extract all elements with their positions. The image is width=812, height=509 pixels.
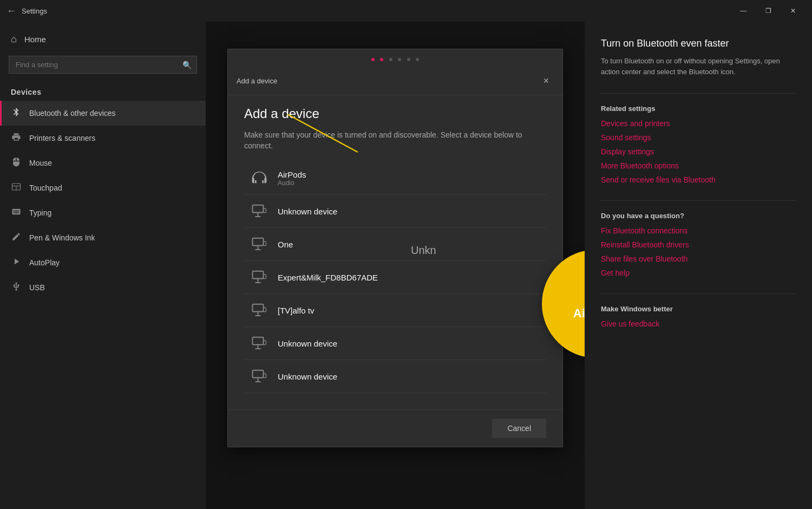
sidebar-section-title: Devices	[0, 82, 206, 101]
close-button[interactable]: ✕	[781, 2, 806, 19]
unknown1-name: Unknown device	[278, 207, 337, 216]
airpods-name: AirPods	[278, 170, 306, 179]
airpods-type: Audio	[278, 179, 306, 187]
dot-6	[416, 58, 419, 61]
link-get-help[interactable]: Get help	[601, 269, 796, 277]
link-give-feedback[interactable]: Give us feedback	[601, 319, 796, 328]
app-title: Settings	[22, 7, 731, 15]
sidebar-item-touchpad[interactable]: Touchpad	[0, 175, 206, 200]
svg-rect-7	[253, 238, 264, 246]
sidebar-item-label-pen: Pen & Windows Ink	[29, 233, 95, 242]
sidebar-item-usb[interactable]: USB	[0, 275, 206, 300]
one-info: One	[278, 240, 293, 249]
faster-section: Turn on Bluetooth even faster To turn Bl…	[601, 38, 796, 77]
dot-5	[407, 58, 410, 61]
sidebar: ⌂ Home 🔍 Devices Bluetooth & other devic…	[0, 22, 206, 509]
monitor-device-icon-1	[250, 201, 269, 221]
printers-icon	[11, 132, 22, 144]
sidebar-item-label-printers: Printers & scanners	[29, 134, 95, 142]
device-item-unknown2[interactable]: Unknown device	[244, 327, 546, 360]
home-label: Home	[24, 35, 46, 44]
faster-title: Turn on Bluetooth even faster	[601, 38, 796, 49]
minimize-button[interactable]: —	[731, 2, 756, 19]
link-fix-bluetooth[interactable]: Fix Bluetooth connections	[601, 226, 796, 235]
link-send-receive[interactable]: Send or receive files via Bluetooth	[601, 175, 796, 184]
monitor-device-icon-4	[250, 301, 269, 320]
main-layout: ⌂ Home 🔍 Devices Bluetooth & other devic…	[0, 22, 812, 509]
loading-indicator	[228, 49, 562, 66]
search-box: 🔍	[9, 56, 197, 74]
related-title: Related settings	[601, 105, 796, 113]
dialog-titlebar: Add a device ✕	[228, 66, 562, 95]
search-input[interactable]	[9, 56, 197, 74]
divider-1	[601, 93, 796, 94]
typing-icon	[11, 207, 22, 219]
divider-3	[601, 293, 796, 294]
dot-1	[371, 58, 375, 61]
sidebar-item-typing[interactable]: Typing	[0, 200, 206, 225]
link-display-settings[interactable]: Display settings	[601, 147, 796, 156]
sidebar-item-label-touchpad: Touchpad	[29, 184, 62, 192]
back-icon[interactable]: ←	[6, 5, 17, 16]
sidebar-item-mouse[interactable]: Mouse	[0, 151, 206, 175]
dialog-footer: Cancel	[228, 409, 562, 447]
sidebar-item-printers[interactable]: Printers & scanners	[0, 126, 206, 151]
sidebar-item-pen[interactable]: Pen & Windows Ink	[0, 225, 206, 250]
cancel-button[interactable]: Cancel	[492, 419, 546, 438]
better-section: Make Windows better Give us feedback	[601, 305, 796, 328]
one-name: One	[278, 240, 293, 249]
dialog-close-button[interactable]: ✕	[539, 73, 554, 88]
dialog-description: Make sure that your device is turned on …	[244, 130, 546, 151]
dialog-body: Add a device Make sure that your device …	[228, 95, 562, 409]
svg-rect-23	[253, 370, 264, 378]
unknown2-info: Unknown device	[278, 339, 337, 348]
maximize-button[interactable]: ❐	[756, 2, 781, 19]
right-panel: Turn on Bluetooth even faster To turn Bl…	[585, 22, 812, 509]
pen-icon	[11, 232, 22, 244]
expertmilk-name: Expert&Milk_FD8BD67ADE	[278, 273, 378, 282]
svg-rect-19	[253, 337, 264, 345]
device-item-tv[interactable]: [TV]alfo tv	[244, 294, 546, 327]
sidebar-home[interactable]: ⌂ Home	[0, 27, 206, 51]
svg-rect-15	[253, 304, 264, 312]
tv-info: [TV]alfo tv	[278, 306, 315, 315]
unknown3-info: Unknown device	[278, 372, 337, 381]
autoplay-icon	[11, 257, 22, 269]
unknown1-info: Unknown device	[278, 207, 337, 216]
sidebar-item-bluetooth[interactable]: Bluetooth & other devices	[0, 101, 206, 126]
sidebar-item-label-typing: Typing	[29, 208, 51, 217]
svg-rect-11	[253, 271, 264, 279]
unknown2-name: Unknown device	[278, 339, 337, 348]
sidebar-item-autoplay[interactable]: AutoPlay	[0, 250, 206, 275]
sidebar-item-label-usb: USB	[29, 283, 45, 292]
monitor-device-icon-3	[250, 267, 269, 287]
bluetooth-icon	[11, 107, 22, 119]
home-icon: ⌂	[11, 34, 17, 45]
device-item-unknown3[interactable]: Unknown device	[244, 360, 546, 393]
titlebar: ← Settings — ❐ ✕	[0, 0, 812, 22]
sidebar-item-label-bluetooth: Bluetooth & other devices	[29, 109, 116, 118]
content-area: quickly when they're close by and in pai…	[206, 22, 585, 509]
link-more-bluetooth[interactable]: More Bluetooth options	[601, 161, 796, 170]
device-item-unknown1[interactable]: Unknown device	[244, 195, 546, 228]
airpods-info: AirPods Audio	[278, 170, 306, 187]
dialog-window-title: Add a device	[237, 77, 277, 85]
link-share-files[interactable]: Share files over Bluetooth	[601, 255, 796, 263]
sidebar-item-label-autoplay: AutoPlay	[29, 258, 60, 267]
zoom-headphone-icon	[584, 276, 585, 304]
link-devices-printers[interactable]: Devices and printers	[601, 119, 796, 128]
svg-rect-3	[253, 205, 264, 213]
device-item-airpods[interactable]: AirPods Audio	[244, 162, 546, 195]
device-list: AirPods Audio	[244, 162, 546, 393]
link-reinstall-drivers[interactable]: Reinstall Bluetooth drivers	[601, 240, 796, 249]
zoom-bubble-device-name: AirPods	[573, 306, 585, 321]
mouse-icon	[11, 157, 22, 169]
better-title: Make Windows better	[601, 305, 796, 313]
device-item-one[interactable]: One	[244, 228, 546, 261]
question-title: Do you have a question?	[601, 212, 796, 220]
link-sound-settings[interactable]: Sound settings	[601, 133, 796, 142]
search-icon: 🔍	[182, 61, 192, 69]
device-item-expertmilk[interactable]: Expert&Milk_FD8BD67ADE	[244, 261, 546, 294]
headphone-device-icon	[250, 168, 269, 188]
usb-icon	[11, 282, 22, 293]
